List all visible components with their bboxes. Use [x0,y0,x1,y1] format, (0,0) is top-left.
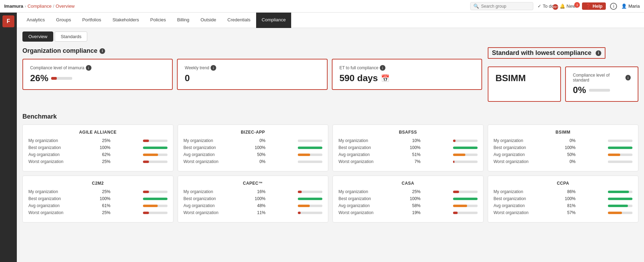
bench-bar-fill [608,212,622,214]
bench-bar-fill [298,198,322,200]
benchmark-card: CASAMy organization25%Best organization1… [333,176,484,222]
help-button[interactable]: ❓ Help [582,2,606,10]
tab-stakeholders[interactable]: Stakeholders [107,13,145,28]
breadcrumb: Imamura › Compliance / Overview [4,3,75,9]
bench-row-pct: 51% [408,152,420,157]
tab-analytics[interactable]: Analytics [21,13,50,28]
bench-bar-fill [143,154,158,156]
subtab-overview[interactable]: Overview [22,31,53,42]
bench-row-label: Worst organization [184,159,222,164]
help-label: Help [592,3,602,9]
bench-row-label: My organization [494,189,532,194]
weekly-trend-card: Weekly trend i 0 [177,59,327,90]
sub-tabs: Overview Standards [17,28,644,42]
tab-portfolios[interactable]: Portfolios [77,13,107,28]
bench-row-pct: 19% [408,210,420,215]
bench-row-pct: 25% [408,189,420,194]
bench-row-label: Worst organization [338,159,377,164]
bench-bar-fill [298,191,302,193]
bench-bar-fill [143,161,149,163]
bench-bar-fill [453,191,459,193]
info-button[interactable]: i [610,3,617,10]
bench-row: Avg organization48% [184,203,323,208]
todo-item[interactable]: ✓ To do 99+ [537,3,555,9]
bench-row: Best organization100% [28,196,167,201]
et-full-compliance-card: ET to full compliance i 590 days 📅 [332,59,482,90]
bench-row-label: My organization [494,138,532,143]
bench-bar-fill [298,205,310,207]
bench-bar-fill [298,212,301,214]
benchmark-card-title: CCPA [494,181,633,186]
bench-row-label: Worst organization [28,210,67,215]
news-item[interactable]: 🔔 News 1 [560,3,578,9]
breadcrumb-compliance[interactable]: Compliance [28,3,52,9]
bench-bar-fill [143,212,149,214]
benchmark-card: BIZEC-APPMy organization0%Best organizat… [178,125,329,171]
bench-row-pct: 25% [98,189,110,194]
tab-credentials[interactable]: Credentials [222,13,256,28]
bench-row-pct: 100% [253,196,266,201]
bench-row: Worst organization25% [28,159,167,164]
subtab-standards[interactable]: Standards [55,31,87,42]
tab-policies[interactable]: Policies [145,13,172,28]
tab-compliance[interactable]: Compliance [256,13,292,28]
check-icon: ✓ [537,3,541,9]
bench-row-label: Best organization [494,196,532,201]
org-name[interactable]: Imamura [4,3,23,9]
breadcrumb-overview[interactable]: Overview [56,3,75,9]
tab-outside[interactable]: Outside [195,13,222,28]
benchmark-card-title: BSIMM [494,130,633,135]
bench-row-pct: 81% [563,203,576,208]
bench-bar-fill [608,147,632,149]
bench-row: My organization16% [184,189,323,194]
et-label: ET to full compliance i [340,65,385,71]
bench-bar-track [143,147,167,149]
bench-row-pct: 61% [98,203,110,208]
sidebar-logo[interactable]: F [2,15,14,27]
bench-bar-track [453,140,478,142]
tab-billing[interactable]: Billing [172,13,195,28]
search-input[interactable] [481,4,530,9]
compliance-level-value: 26% [30,73,72,84]
bench-bar-track [608,198,632,200]
page-body: Organization compliance i Compliance lev… [17,42,644,228]
bench-row-pct: 100% [98,196,110,201]
benchmark-card-title: BIZEC-APP [184,130,323,135]
bench-row-pct: 100% [253,145,266,150]
bench-bar-fill [453,212,458,214]
search-box[interactable]: 🔍 [470,2,533,10]
tab-groups[interactable]: Groups [50,13,77,28]
user-menu[interactable]: 👤 Maria [621,3,640,9]
bench-bar-fill [453,161,455,163]
bench-row-pct: 100% [408,145,420,150]
et-info[interactable]: i [380,65,385,71]
bench-row-label: My organization [28,189,67,194]
org-compliance-info-icon[interactable]: i [100,48,105,54]
bench-bar-fill [143,198,167,200]
tabs-bar: Analytics Groups Portfolios Stakeholders… [17,13,644,28]
bench-bar-track [298,161,322,163]
bench-bar-track [608,154,632,156]
bench-row-label: Avg organization [28,152,67,157]
bench-bar-fill [453,154,466,156]
bench-row: My organization10% [338,138,478,143]
bench-row: My organization25% [338,189,478,194]
benchmark-title: Benchmark [22,113,638,120]
search-icon: 🔍 [473,3,479,9]
bench-row-pct: 50% [253,152,266,157]
standard-compliance-info[interactable]: i [625,75,631,80]
lowest-compliance-info[interactable]: i [596,50,601,56]
bench-bar-track [298,191,322,193]
weekly-trend-info[interactable]: i [211,65,216,71]
bench-row-label: Best organization [494,145,532,150]
benchmark-card-title: BSAFSS [338,130,478,135]
bench-bar-track [298,154,322,156]
bench-row-pct: 0% [253,138,266,143]
bench-row-pct: 7% [408,159,420,164]
bench-row: Best organization100% [28,145,167,150]
benchmark-grid: AGILE ALLIANCEMy organization25%Best org… [22,125,638,222]
benchmark-section: Benchmark AGILE ALLIANCEMy organization2… [22,113,638,222]
bench-bar-track [453,205,478,207]
bench-bar-track [608,205,632,207]
compliance-level-info[interactable]: i [86,65,91,71]
